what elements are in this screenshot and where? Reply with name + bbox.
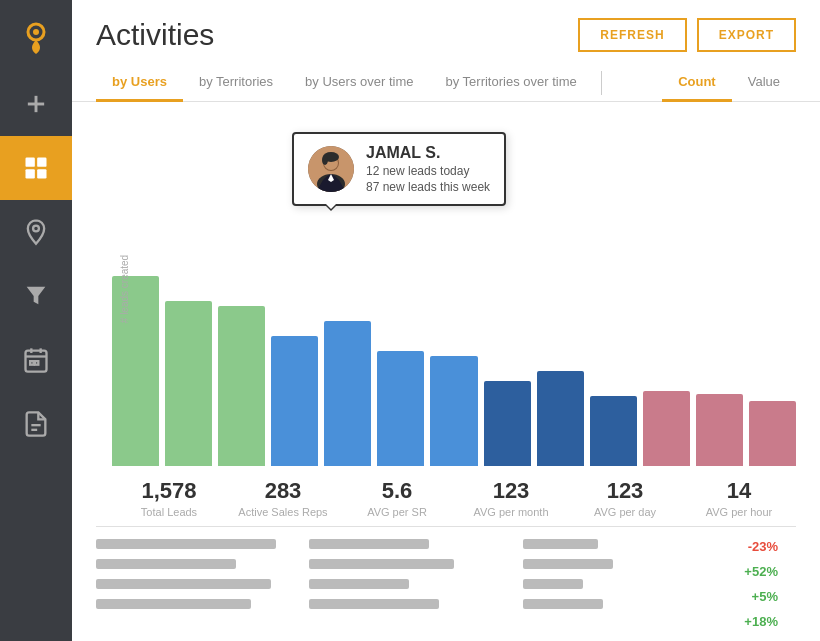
- stat-label-2: AVG per SR: [340, 506, 454, 518]
- list-col-3: [523, 539, 736, 629]
- tab-by-territories[interactable]: by Territories: [183, 64, 289, 102]
- avatar-icon: [308, 146, 354, 192]
- stat-value-3: 123: [454, 478, 568, 504]
- tooltip-line1: 12 new leads today: [366, 164, 490, 178]
- export-button[interactable]: EXPORT: [697, 18, 796, 52]
- document-icon: [22, 410, 50, 438]
- list-row-col1-0: [96, 539, 309, 549]
- list-row-col1-1: [96, 559, 309, 569]
- stat-item-3: 123 AVG per month: [454, 478, 568, 518]
- svg-point-8: [33, 226, 39, 232]
- bar-13[interactable]: [749, 401, 796, 466]
- list-row-col2-3: [309, 599, 522, 609]
- tooltip-avatar: [308, 146, 354, 192]
- list-bar: [523, 559, 613, 569]
- bar-6[interactable]: [377, 351, 424, 466]
- list-row-col1-2: [96, 579, 309, 589]
- stats-row: 1,578 Total Leads 283 Active Sales Reps …: [72, 466, 820, 526]
- list-bar: [96, 579, 271, 589]
- list-bar: [309, 559, 454, 569]
- list-pct-row-0: -23%: [736, 539, 796, 554]
- stat-value-5: 14: [682, 478, 796, 504]
- list-row-col3-1: [523, 559, 736, 569]
- list-pct-3: +18%: [736, 614, 778, 629]
- list-col-2: [309, 539, 522, 629]
- calendar-icon: [22, 346, 50, 374]
- stat-label-1: Active Sales Reps: [226, 506, 340, 518]
- list-bar: [309, 599, 439, 609]
- list-pct-row-2: +5%: [736, 589, 796, 604]
- tab-count[interactable]: Count: [662, 64, 732, 102]
- bar-4[interactable]: [271, 336, 318, 466]
- sidebar-item-calendar[interactable]: [0, 328, 72, 392]
- list-pct-2: +5%: [736, 589, 778, 604]
- grid-icon: [22, 154, 50, 182]
- list-pct-0: -23%: [736, 539, 778, 554]
- plus-icon: [22, 90, 50, 118]
- list-bar: [523, 599, 603, 609]
- chart-area: # leads created: [72, 102, 820, 466]
- stat-item-5: 14 AVG per hour: [682, 478, 796, 518]
- refresh-button[interactable]: REFRESH: [578, 18, 686, 52]
- list-bar: [309, 539, 429, 549]
- header: Activities REFRESH EXPORT: [72, 0, 820, 64]
- sidebar-item-filter[interactable]: [0, 264, 72, 328]
- header-actions: REFRESH EXPORT: [578, 18, 796, 52]
- list-bar: [523, 539, 598, 549]
- funnel-icon: [22, 282, 50, 310]
- sidebar-item-dashboard[interactable]: [0, 136, 72, 200]
- tab-by-users-over-time[interactable]: by Users over time: [289, 64, 429, 102]
- list-bar: [96, 599, 251, 609]
- stat-label-5: AVG per hour: [682, 506, 796, 518]
- svg-rect-4: [26, 158, 35, 167]
- tab-by-users[interactable]: by Users: [96, 64, 183, 102]
- tab-divider: [601, 71, 602, 95]
- bar-9[interactable]: [537, 371, 584, 466]
- map-pin-icon: [22, 218, 50, 246]
- list-row-col2-0: [309, 539, 522, 549]
- bar-10[interactable]: [590, 396, 637, 466]
- bar-2[interactable]: [165, 301, 212, 466]
- svg-rect-13: [30, 361, 34, 365]
- svg-point-1: [33, 29, 39, 35]
- list-row-col2-1: [309, 559, 522, 569]
- sidebar-item-add[interactable]: [0, 72, 72, 136]
- bar-12[interactable]: [696, 394, 743, 466]
- bar-8[interactable]: [484, 381, 531, 466]
- main-content: Activities REFRESH EXPORT by Users by Te…: [72, 0, 820, 641]
- sidebar-item-reports[interactable]: [0, 392, 72, 456]
- tab-value[interactable]: Value: [732, 64, 796, 102]
- bar-5[interactable]: [324, 321, 371, 466]
- sidebar-item-map[interactable]: [0, 200, 72, 264]
- stat-value-0: 1,578: [112, 478, 226, 504]
- bar-11[interactable]: [643, 391, 690, 466]
- stat-item-2: 5.6 AVG per SR: [340, 478, 454, 518]
- stat-item-4: 123 AVG per day: [568, 478, 682, 518]
- svg-rect-7: [37, 169, 46, 178]
- bar-7[interactable]: [430, 356, 477, 466]
- list-row-col3-0: [523, 539, 736, 549]
- page-title: Activities: [96, 18, 214, 52]
- list-pct-1: +52%: [736, 564, 778, 579]
- tab-by-territories-over-time[interactable]: by Territories over time: [429, 64, 592, 102]
- list-col-1: [96, 539, 309, 629]
- list-col-pcts: -23%+52%+5%+18%: [736, 539, 796, 629]
- stat-value-2: 5.6: [340, 478, 454, 504]
- stat-label-3: AVG per month: [454, 506, 568, 518]
- list-pct-row-3: +18%: [736, 614, 796, 629]
- svg-rect-6: [26, 169, 35, 178]
- list-bar: [96, 559, 236, 569]
- list-row-col3-2: [523, 579, 736, 589]
- sidebar-logo[interactable]: [0, 0, 72, 72]
- list-bar: [523, 579, 583, 589]
- stat-label-0: Total Leads: [112, 506, 226, 518]
- bar-3[interactable]: [218, 306, 265, 466]
- svg-rect-5: [37, 158, 46, 167]
- sidebar: [0, 0, 72, 641]
- tooltip-info: JAMAL S. 12 new leads today 87 new leads…: [366, 144, 490, 194]
- svg-rect-14: [35, 361, 39, 365]
- bar-chart: [112, 246, 796, 466]
- list-bar: [309, 579, 409, 589]
- list-row-col3-3: [523, 599, 736, 609]
- logo-icon: [18, 18, 54, 54]
